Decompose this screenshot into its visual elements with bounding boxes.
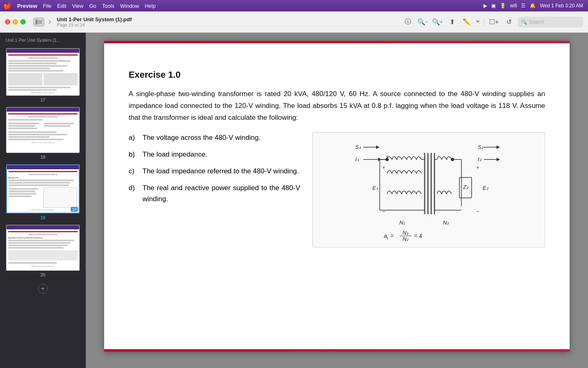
part-a-text: The voltage across the 480-V winding. [143,132,261,143]
svg-text:S₂: S₂ [478,144,484,150]
part-c-text: The load impedance referred to the 480-V… [143,166,299,177]
exercise-intro: A single-phase two-winding transformer i… [129,88,545,124]
thumbnail-20[interactable]: Department of Electrical and Electronics… [3,225,82,277]
thumbnail-19[interactable]: Department of Electrical and Electronics… [3,164,82,220]
part-c-letter: c) [129,166,138,177]
menu-file[interactable]: File [43,3,51,9]
page-bottom-border [104,349,570,352]
traffic-lights [5,19,26,25]
exercise-title: Exercise 1.0 [129,70,545,80]
minimize-button[interactable] [13,19,18,25]
svg-text:−: − [476,209,479,215]
exercise-parts: a) The voltage across the 480-V winding.… [129,132,545,247]
menu-bar: 🍎 Preview File Edit View Go Tools Window… [0,0,588,11]
svg-text:= 4: = 4 [414,233,422,239]
page-label: Page 19 of 24 [57,22,131,27]
close-button[interactable] [5,19,10,25]
battery-icon: 🔋 [500,3,506,9]
pdf-page: Exercise 1.0 A single-phase two-winding … [104,41,570,352]
svg-text:S₁: S₁ [355,144,361,150]
search-box[interactable]: 🔍 Search [518,17,583,27]
menu-go[interactable]: Go [89,3,96,9]
svg-text:I₂: I₂ [478,156,482,162]
apple-menu[interactable]: 🍎 [3,2,11,10]
svg-text:t: t [387,236,388,240]
page-num-17: 17 [40,97,45,102]
part-b-letter: b) [129,149,138,160]
datetime: Wed 1 Feb 3:20 AM [540,3,583,9]
wifi-icon: wifi [510,3,517,9]
svg-text:a: a [384,233,387,239]
sidebar-toggle-button[interactable] [33,18,45,27]
menu-view[interactable]: View [72,3,84,9]
menu-window[interactable]: Window [120,3,139,9]
svg-text:Z₂: Z₂ [463,184,469,190]
svg-text:E₂: E₂ [483,185,489,191]
thumbnail-17[interactable]: Department of Electrical and Electronics… [3,48,82,102]
menu-tools[interactable]: Tools [102,3,114,9]
menu-edit[interactable]: Edit [57,3,66,9]
thumbnail-18[interactable]: Department of Electrical and Electronics… [3,107,82,159]
playback-icon: ▶ [483,3,487,9]
markup-button[interactable]: ✏️ [461,16,472,28]
page-num-19: 19 [40,215,45,220]
parts-list: a) The voltage across the 480-V winding.… [129,132,300,247]
zoom-out-button[interactable]: 🔍− [417,16,428,28]
svg-text:+: + [382,164,385,171]
svg-text:E₁: E₁ [372,185,378,191]
title-bar: Unit 1-Per Unit System (1).pdf Page 19 o… [0,11,588,33]
svg-rect-0 [36,20,38,25]
part-a-letter: a) [129,132,138,143]
thumb-frame-18[interactable]: Department of Electrical and Electronics… [6,107,80,153]
svg-text:+: + [476,164,479,171]
share-button[interactable]: ⬆ [446,16,458,28]
page-top-border [104,41,570,43]
svg-text:N₁: N₁ [403,230,408,236]
thumb-frame-17[interactable]: Department of Electrical and Electronics… [6,48,80,96]
search-placeholder: Search [529,19,544,25]
part-d-text: The real and reactive power supplied to … [143,182,300,204]
control-center-icon[interactable]: ☰ [521,3,526,9]
toolbar: ⓘ 🔍− 🔍+ ⬆ ✏️ ☐+ ↺ 🔍 Search [402,16,583,28]
thumb-frame-19[interactable]: Department of Electrical and Electronics… [6,164,80,213]
part-b: b) The load impedance. [129,149,300,160]
search-icon: 🔍 [521,19,527,25]
info-button[interactable]: ⓘ [402,16,414,28]
sidebar-label: Unit 1-Per Unit System (1... [3,37,82,43]
menu-help[interactable]: Help [145,3,156,9]
page-num-18: 18 [40,155,45,159]
svg-text:I₁: I₁ [355,156,359,162]
page-content-area[interactable]: Exercise 1.0 A single-phase two-winding … [86,33,588,368]
part-c: c) The load impedance referred to the 48… [129,166,300,177]
svg-text:N₂: N₂ [403,236,409,242]
circuit-diagram-svg: S₁ S₂ I₁ I₂ [351,137,506,243]
maximize-button[interactable] [20,19,26,25]
active-page-badge: 19 [71,207,78,212]
svg-rect-3 [38,23,42,24]
transformer-diagram: S₁ S₂ I₁ I₂ [312,132,545,247]
part-d-letter: d) [129,182,138,204]
svg-rect-1 [38,20,42,21]
part-d: d) The real and reactive power supplied … [129,182,300,204]
part-a: a) The voltage across the 480-V winding. [129,132,300,143]
svg-text:N₂: N₂ [443,220,449,226]
svg-text:−: − [382,209,385,215]
add-page-button[interactable]: ☐+ [488,16,500,28]
filename-label: Unit 1-Per Unit System (1).pdf [57,16,131,22]
svg-rect-2 [38,22,42,22]
zoom-in-button[interactable]: 🔍+ [432,16,443,28]
page-num-20: 20 [40,272,45,277]
add-page-button[interactable]: + [38,284,48,294]
display-icon: ▣ [491,3,496,9]
thumb-frame-20[interactable]: Department of Electrical and Electronics… [6,225,80,271]
document-title-info: Unit 1-Per Unit System (1).pdf Page 19 o… [57,16,131,27]
notification-icon[interactable]: 🔔 [530,3,536,9]
part-b-text: The load impedance. [143,149,207,160]
svg-text:=: = [390,233,394,239]
chevron-down-icon [476,19,480,25]
main-area: Unit 1-Per Unit System (1... Department … [0,33,588,368]
svg-text:N₁: N₁ [399,220,405,226]
menu-preview[interactable]: Preview [17,3,37,9]
rotate-button[interactable]: ↺ [503,16,514,28]
thumbnail-sidebar: Unit 1-Per Unit System (1... Department … [0,33,86,368]
